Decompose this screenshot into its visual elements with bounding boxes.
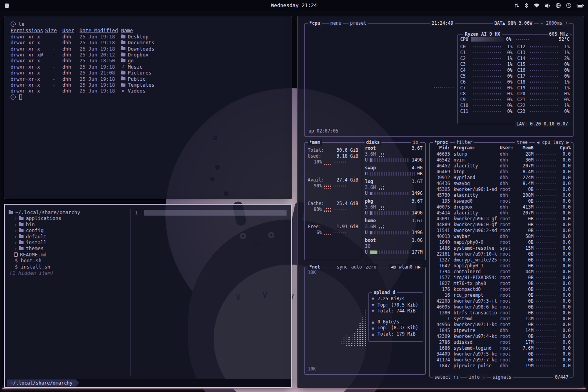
interface-selector[interactable]: ◀b wlan0 n▶ bbox=[389, 264, 422, 270]
sync-button[interactable]: sync bbox=[337, 264, 348, 270]
volume-icon[interactable] bbox=[545, 3, 550, 8]
bluetooth-icon[interactable] bbox=[524, 3, 528, 8]
header-pid[interactable]: Pid: bbox=[432, 145, 450, 151]
process-row[interactable]: 45730alacrittydhh208M0.0 bbox=[432, 192, 571, 198]
download-stat: ▼7.25 KiB/s bbox=[372, 296, 420, 302]
file-row: drwxr-xr-x-dhh25 Jun 18:50go bbox=[11, 58, 285, 64]
process-row[interactable]: 45305kworker/u96:1-sdroot0B0.0 bbox=[432, 187, 571, 192]
process-row[interactable]: 195kswapd0root0B0.0 bbox=[432, 198, 571, 204]
info-hint[interactable]: info ↵ bbox=[467, 374, 487, 380]
process-row[interactable]: 176kcompactd0root0B0.0 bbox=[432, 287, 571, 292]
process-row[interactable]: 46469btopdhh8.4M0.0 bbox=[432, 169, 571, 175]
filter-button[interactable]: filter bbox=[455, 140, 474, 145]
io-mode-button[interactable]: io bbox=[411, 140, 420, 145]
process-row[interactable]: 1577irq/81-PIXA3854:root0B0.0 bbox=[432, 275, 571, 281]
process-row[interactable]: 1642napi/phy0-1root0B0.0 bbox=[432, 263, 571, 269]
disk-used-value: 149G bbox=[412, 157, 423, 163]
disk-used-label: U bbox=[365, 171, 368, 177]
file-name: Documents bbox=[128, 40, 154, 45]
mem-stat-graph bbox=[324, 183, 331, 189]
process-pid: 16 bbox=[432, 292, 450, 298]
process-row[interactable]: 1systemdroot13M0.0 bbox=[432, 316, 571, 322]
preset-button[interactable]: preset bbox=[348, 20, 368, 26]
process-row[interactable]: 46542nvimdhh30M0.0 bbox=[432, 157, 571, 163]
header-user[interactable]: User: bbox=[500, 145, 519, 151]
process-row[interactable]: 42208kworker/u97:3-flroot0B0.0 bbox=[432, 298, 571, 304]
file-manager-window[interactable]: ~/.local/share/omarchy ›applications›bin… bbox=[4, 204, 292, 388]
process-mem: 207M bbox=[519, 210, 534, 216]
documents-icon bbox=[121, 41, 125, 44]
process-row[interactable]: 43091kworker/u96:3-gfroot0B0.0 bbox=[432, 216, 571, 222]
process-row[interactable]: 40013waybardhh58M0.0 bbox=[432, 234, 571, 240]
btop-window[interactable]: *cpu menu preset 21:24:49 BAT▲ 98% 3.06W… bbox=[297, 16, 584, 388]
menu-button[interactable]: menu bbox=[329, 20, 343, 26]
terminal-cursor[interactable] bbox=[19, 94, 22, 100]
user-cell: dhh bbox=[62, 58, 80, 64]
tree-item[interactable]: ›themes bbox=[9, 245, 287, 251]
wifi-icon[interactable] bbox=[534, 3, 540, 8]
process-row[interactable]: 1845pipewiredhh14M0.0 bbox=[432, 328, 571, 334]
process-row[interactable]: 2786udisksdroot17M0.0 bbox=[432, 339, 571, 345]
process-row[interactable]: 44889kworker/u96:0-gfroot0B0.0 bbox=[432, 222, 571, 228]
tree-item[interactable]: ›applications bbox=[9, 215, 287, 221]
tree-item[interactable]: ›install bbox=[9, 240, 287, 245]
process-row[interactable]: 39912Hyprlanddhh274M0.0 bbox=[432, 175, 571, 181]
battery-icon[interactable] bbox=[577, 4, 584, 8]
disk-used-bar bbox=[370, 192, 410, 195]
process-row[interactable]: 1380btrfs-transactioroot0B0.0 bbox=[432, 310, 571, 316]
process-row[interactable]: 1794containerdroot44M0.0 bbox=[432, 269, 571, 275]
process-row[interactable]: 42309kworker/u97:4-kcroot0B0.0 bbox=[432, 334, 571, 339]
chevron-right-icon: › bbox=[14, 221, 17, 227]
process-row[interactable]: 46095kworker/u98:6-kcroot0B0.0 bbox=[432, 304, 571, 310]
tree-item[interactable]: ›default bbox=[9, 234, 287, 240]
upload-stat: ▲Top: (8.37 Kib) bbox=[372, 325, 420, 331]
process-row[interactable]: 1847pipewire-pulsedhh19M0.0 bbox=[432, 363, 571, 369]
process-row[interactable]: 46452alacrittydhh207M0.0 bbox=[432, 163, 571, 169]
process-user: root bbox=[500, 257, 519, 263]
tree-item[interactable]: $install.sh bbox=[9, 264, 287, 270]
sort-mode-selector[interactable]: ◀ cpu lazy ▶ bbox=[535, 140, 571, 145]
auto-button[interactable]: auto bbox=[351, 264, 362, 270]
process-row[interactable]: 40075dropboxdhh413M0.0 bbox=[432, 204, 571, 210]
header-cpu[interactable]: Cpu% bbox=[560, 145, 571, 151]
select-hint[interactable]: select ↑↓ bbox=[433, 374, 460, 380]
process-row[interactable]: 31541kworker/u96:2-sdroot0B0.0 bbox=[432, 228, 571, 234]
tree-item[interactable]: README.md bbox=[9, 252, 287, 258]
idle-icon[interactable] bbox=[566, 3, 572, 8]
process-row[interactable]: 1686systemd-logindroot7.6M0.0 bbox=[432, 345, 571, 351]
tree-item[interactable]: $boot.sh bbox=[9, 258, 287, 263]
process-row[interactable]: 1640napi/phy0-0root0B0.0 bbox=[432, 240, 571, 245]
update-interval[interactable]: - 2000ms + bbox=[539, 20, 569, 26]
updates-icon[interactable] bbox=[514, 3, 519, 8]
process-user: root bbox=[500, 292, 519, 298]
core-label: C2 bbox=[460, 56, 471, 62]
process-row[interactable]: 16rcu_preemptroot0B0.0 bbox=[432, 292, 571, 298]
workspace-indicator[interactable] bbox=[5, 4, 9, 8]
process-row[interactable]: 22161kworker/u97:10-kroot0B0.0 bbox=[432, 251, 571, 257]
header-program[interactable]: Program: bbox=[454, 145, 500, 151]
process-row[interactable]: 34409kworker/u97:5-kcroot0B0.0 bbox=[432, 351, 571, 357]
process-row[interactable]: 46436swaybgdhh8.4M0.0 bbox=[432, 181, 571, 187]
process-user: dhh bbox=[500, 234, 519, 240]
process-row[interactable]: 1827mt76-tx phy0root0B0.0 bbox=[432, 281, 571, 287]
net-box-title: *net bbox=[308, 264, 322, 270]
process-row[interactable]: 44956kworker/u97:1-kcroot0B0.0 bbox=[432, 322, 571, 328]
process-row[interactable]: 46633slurpdhh28M0.0 bbox=[432, 151, 571, 157]
process-row[interactable]: 41174kworker/u97:7-kcroot0B0.0 bbox=[432, 357, 571, 363]
header-mem[interactable]: MemB bbox=[519, 145, 534, 151]
terminal-window[interactable]: › ls Permissions Size User Date Modified… bbox=[4, 16, 292, 199]
zero-button[interactable]: zero bbox=[365, 264, 376, 270]
process-row[interactable]: 1486systemd-resolvesyst+15M0.0 bbox=[432, 245, 571, 251]
tree-item[interactable]: ›config bbox=[9, 227, 287, 233]
tree-button[interactable]: tree bbox=[515, 140, 529, 145]
mem-stat: Free:1.91 GiB6% bbox=[308, 224, 358, 236]
globe-icon[interactable] bbox=[555, 3, 561, 8]
process-row[interactable]: 45414alacrittydhh207M0.0 bbox=[432, 210, 571, 216]
clock[interactable]: Wednesday 21:24 bbox=[271, 2, 317, 8]
name-cell: go bbox=[121, 58, 285, 64]
signals-hint[interactable]: signals bbox=[491, 374, 513, 380]
process-cpu: 0.0 bbox=[560, 222, 571, 228]
process-row[interactable]: 1327dmcrypt_write/25root0B0.0 bbox=[432, 257, 571, 263]
up-arrow-icon: ▲ bbox=[372, 325, 375, 331]
tree-item[interactable]: ›bin bbox=[9, 221, 287, 227]
